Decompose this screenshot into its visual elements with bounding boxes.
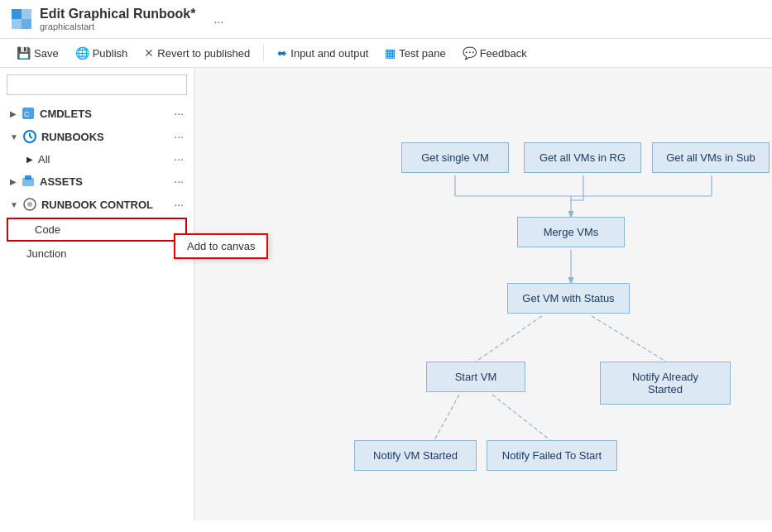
main-area: ▶ C CMDLETS ··· ▼ RUNBOOKS ··· ▶ All ···… [0, 68, 772, 520]
revert-button[interactable]: ✕ Revert to published [137, 42, 257, 64]
runbooks-label: RUNBOOKS [41, 131, 174, 143]
search-area [0, 68, 194, 102]
runbook-control-more[interactable]: ··· [174, 198, 184, 211]
node-start-vm-label: Start VM [455, 371, 497, 383]
input-output-icon: ⬌ [277, 46, 287, 60]
sidebar: ▶ C CMDLETS ··· ▼ RUNBOOKS ··· ▶ All ···… [0, 68, 194, 520]
svg-rect-2 [12, 19, 22, 29]
revert-icon: ✕ [144, 46, 154, 60]
runbook-control-chevron: ▼ [10, 200, 18, 209]
node-get-vm-status[interactable]: Get VM with Status [507, 283, 630, 314]
svg-rect-3 [22, 19, 31, 29]
publish-icon: 🌐 [75, 46, 89, 60]
search-input[interactable] [7, 74, 187, 95]
sidebar-item-runbooks[interactable]: ▼ RUNBOOKS ··· [0, 125, 194, 148]
all-chevron: ▶ [26, 155, 33, 164]
all-label: All [38, 153, 50, 165]
sidebar-item-runbook-control[interactable]: ▼ RUNBOOK CONTROL ··· [0, 193, 194, 216]
svg-line-25 [492, 395, 550, 440]
node-merge-vms[interactable]: Merge VMs [517, 217, 625, 247]
svg-line-23 [592, 316, 666, 362]
test-pane-icon: ▦ [385, 46, 396, 60]
all-more[interactable]: ··· [174, 152, 184, 165]
node-get-vm-status-label: Get VM with Status [522, 292, 614, 304]
context-menu[interactable]: Add to canvas [174, 233, 268, 259]
save-button[interactable]: 💾 Save [10, 42, 65, 64]
header: Edit Graphical Runbook* graphicalstart .… [0, 0, 772, 39]
canvas[interactable]: READ ME Get single VM Get all VMs in RG … [194, 68, 772, 520]
svg-line-22 [476, 316, 542, 362]
save-label: Save [34, 47, 59, 60]
node-get-all-vms-rg[interactable]: Get all VMs in RG [524, 142, 641, 173]
cmdlets-more[interactable]: ··· [174, 107, 184, 120]
node-get-all-vms-sub-label: Get all VMs in Sub [666, 151, 755, 164]
sidebar-item-assets[interactable]: ▶ ASSETS ··· [0, 170, 194, 193]
svg-line-8 [30, 137, 32, 138]
svg-line-24 [434, 395, 459, 440]
junction-label: Junction [26, 247, 66, 260]
revert-label: Revert to published [157, 47, 250, 60]
add-to-canvas-label: Add to canvas [187, 240, 255, 252]
runbook-control-label: RUNBOOK CONTROL [41, 199, 174, 211]
node-get-all-vms-rg-label: Get all VMs in RG [539, 151, 626, 164]
header-more-button[interactable]: ... [213, 12, 223, 26]
cmdlets-label: CMDLETS [40, 108, 174, 120]
input-output-label: Input and output [290, 47, 368, 60]
sidebar-subitem-junction[interactable]: Junction [0, 243, 194, 264]
title-area: Edit Graphical Runbook* graphicalstart [40, 7, 195, 31]
assets-chevron: ▶ [10, 177, 17, 186]
assets-icon [22, 175, 35, 188]
sidebar-subitem-code[interactable]: Code [7, 218, 187, 242]
svg-rect-10 [25, 175, 31, 180]
sidebar-item-cmdlets[interactable]: ▶ C CMDLETS ··· [0, 102, 194, 125]
svg-text:C: C [24, 110, 30, 118]
assets-label: ASSETS [40, 175, 174, 188]
node-get-single-vm-label: Get single VM [421, 151, 489, 164]
feedback-icon: 💬 [463, 46, 477, 60]
node-get-all-vms-sub[interactable]: Get all VMs in Sub [652, 142, 770, 173]
node-notify-failed-start-label: Notify Failed To Start [502, 449, 602, 462]
node-notify-already-started[interactable]: Notify Already Started [600, 362, 731, 405]
node-start-vm[interactable]: Start VM [426, 362, 525, 392]
svg-point-12 [27, 202, 32, 207]
page-title: Edit Graphical Runbook* [40, 7, 195, 22]
input-output-button[interactable]: ⬌ Input and output [271, 42, 375, 64]
code-label: Code [35, 223, 60, 236]
save-icon: 💾 [17, 46, 31, 60]
node-notify-vm-started[interactable]: Notify VM Started [354, 440, 477, 471]
svg-rect-0 [12, 9, 22, 19]
runbooks-more[interactable]: ··· [174, 130, 184, 143]
feedback-button[interactable]: 💬 Feedback [456, 42, 534, 64]
feedback-label: Feedback [480, 47, 527, 60]
publish-button[interactable]: 🌐 Publish [69, 42, 135, 64]
cmdlets-icon: C [22, 107, 35, 120]
runbooks-chevron: ▼ [10, 132, 18, 141]
sidebar-subitem-all[interactable]: ▶ All ··· [0, 148, 194, 170]
connections-svg [194, 68, 772, 520]
test-pane-button[interactable]: ▦ Test pane [378, 42, 452, 64]
test-pane-label: Test pane [399, 47, 445, 60]
node-notify-failed-start[interactable]: Notify Failed To Start [487, 440, 617, 471]
node-notify-vm-started-label: Notify VM Started [373, 449, 458, 462]
node-merge-vms-label: Merge VMs [544, 226, 598, 238]
runbook-control-icon [23, 198, 36, 211]
node-get-single-vm[interactable]: Get single VM [401, 142, 509, 173]
page-subtitle: graphicalstart [40, 22, 195, 31]
toolbar-separator-1 [263, 45, 264, 61]
publish-label: Publish [93, 47, 128, 60]
svg-rect-1 [22, 9, 31, 19]
cmdlets-chevron: ▶ [10, 109, 17, 118]
assets-more[interactable]: ··· [174, 175, 184, 188]
app-icon [10, 7, 33, 31]
toolbar: 💾 Save 🌐 Publish ✕ Revert to published ⬌… [0, 39, 772, 68]
node-notify-already-started-label: Notify Already Started [632, 371, 698, 395]
runbooks-icon [23, 130, 36, 143]
